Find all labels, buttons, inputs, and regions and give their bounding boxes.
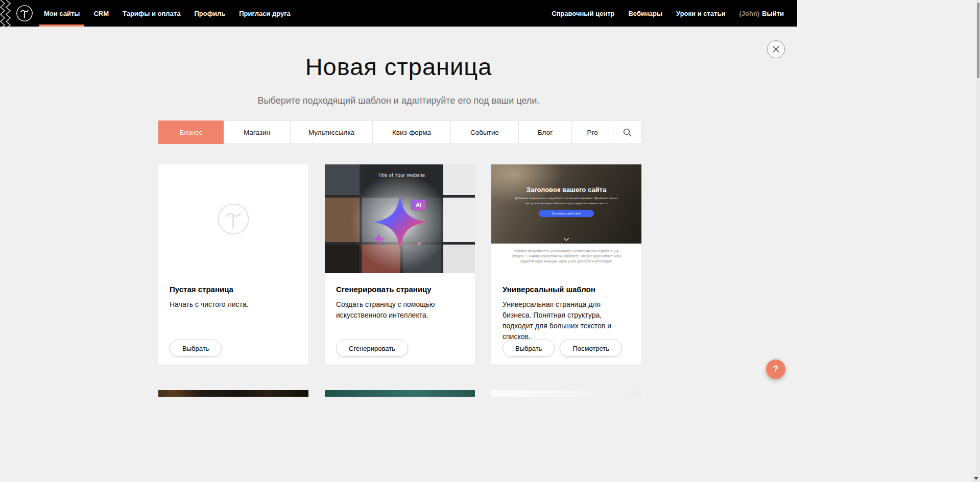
- down-arrow-icon: [974, 477, 978, 480]
- tab-quiz-form[interactable]: Квиз-форма: [373, 120, 451, 144]
- nav-invite-friend[interactable]: Пригласи друга: [239, 0, 291, 27]
- scrollbar-thumb[interactable]: [977, 3, 979, 78]
- card-body: Пустая страница Начать с чистого листа.: [158, 273, 308, 310]
- card-title: Сгенерировать страницу: [336, 285, 464, 294]
- card-actions: Выбрать: [170, 340, 222, 357]
- user-menu[interactable]: (John) Выйти: [739, 0, 784, 27]
- user-name: (John): [739, 10, 759, 17]
- template-text-section: Коротко представьтесь и расскажите о ком…: [491, 244, 641, 273]
- secondary-nav: Справочный центр Вебинары Уроки и статьи…: [552, 0, 784, 27]
- card-description: Универсальная страница для бизнеса. Поня…: [503, 299, 630, 342]
- scroll-down-arrow[interactable]: [972, 475, 980, 482]
- nav-crm[interactable]: CRM: [93, 0, 109, 27]
- template-card-blank-page[interactable]: Пустая страница Начать с чистого листа. …: [158, 164, 308, 365]
- card-actions: Выбрать Посмотреть: [503, 340, 622, 357]
- template-card-partial[interactable]: [325, 390, 475, 397]
- blank-page-preview: [158, 164, 308, 273]
- nav-webinars[interactable]: Вебинары: [628, 0, 662, 27]
- template-hero-title: Заголовок вашего сайта: [491, 164, 641, 194]
- card-actions: Сгенерировать: [336, 340, 408, 357]
- help-button[interactable]: ?: [766, 359, 785, 379]
- page-subtitle: Выберите подходящий шаблон и адаптируйте…: [0, 95, 797, 106]
- nav-tariffs-payment[interactable]: Тарифы и оплата: [123, 0, 180, 27]
- ai-badge: AI: [411, 200, 426, 210]
- template-card-partial[interactable]: [158, 390, 308, 397]
- close-icon: [773, 46, 779, 53]
- logout-link[interactable]: Выйти: [762, 10, 784, 17]
- top-navigation-bar: Мои сайты CRM Тарифы и оплата Профиль Пр…: [0, 0, 797, 27]
- nav-profile[interactable]: Профиль: [194, 0, 225, 27]
- template-card-universal[interactable]: Заголовок вашего сайта Добавьте интересн…: [491, 164, 641, 365]
- template-cards-row: Пустая страница Начать с чистого листа. …: [158, 164, 641, 365]
- ai-preview: Title of Your Website: [325, 164, 475, 273]
- generate-button[interactable]: Сгенерировать: [336, 340, 408, 357]
- template-cards-row-2: [158, 390, 641, 397]
- tilda-logo-icon[interactable]: [16, 5, 33, 22]
- card-description: Создать страницу с помощью искусственног…: [336, 299, 464, 321]
- card-title: Пустая страница: [170, 285, 297, 294]
- tab-shop[interactable]: Магазин: [224, 120, 291, 144]
- tab-pro[interactable]: Pro: [572, 120, 613, 144]
- nav-help-center[interactable]: Справочный центр: [552, 0, 614, 27]
- tilda-new-page-screen: Мои сайты CRM Тарифы и оплата Профиль Пр…: [0, 0, 797, 482]
- chevron-down-icon: [563, 237, 569, 241]
- template-card-ai-generate[interactable]: Title of Your Website: [325, 164, 475, 365]
- choose-template-button[interactable]: Выбрать: [503, 340, 555, 357]
- nav-my-sites[interactable]: Мои сайты: [44, 0, 80, 27]
- tab-event[interactable]: Событие: [451, 120, 519, 144]
- card-title: Универсальный шаблон: [503, 285, 630, 294]
- card-body: Сгенерировать страницу Создать страницу …: [325, 273, 475, 321]
- template-hero-button: Основное действие: [539, 210, 594, 217]
- nav-lessons-articles[interactable]: Уроки и статьи: [676, 0, 725, 27]
- vertical-scrollbar[interactable]: [976, 0, 980, 482]
- tab-search[interactable]: [613, 120, 641, 144]
- tilda-watermark-icon: [217, 202, 250, 236]
- page-title: Новая страница: [0, 53, 797, 81]
- screen: Мои сайты CRM Тарифы и оплата Профиль Пр…: [0, 0, 980, 482]
- ai-sparkle-icon: [366, 188, 434, 256]
- tab-multilink[interactable]: Мультиссылка: [291, 120, 373, 144]
- template-card-partial[interactable]: [491, 390, 641, 397]
- tab-blog[interactable]: Блог: [519, 120, 572, 144]
- card-description: Начать с чистого листа.: [170, 299, 297, 310]
- template-hero-section: Заголовок вашего сайта Добавьте интересн…: [491, 164, 641, 244]
- view-template-button[interactable]: Посмотреть: [560, 340, 622, 357]
- zigzag-pattern-decoration: [0, 0, 11, 27]
- tab-business[interactable]: Бизнес: [158, 120, 224, 144]
- template-category-tabs: Бизнес Магазин Мультиссылка Квиз-форма С…: [158, 120, 641, 144]
- template-body-text: Коротко представьтесь и расскажите о ком…: [508, 244, 625, 263]
- choose-blank-button[interactable]: Выбрать: [170, 340, 222, 357]
- card-body: Универсальный шаблон Универсальная стран…: [491, 273, 641, 342]
- main-nav: Мои сайты CRM Тарифы и оплата Профиль Пр…: [44, 0, 291, 27]
- template-hero-subtitle: Добавьте интересные подробности о вашей …: [514, 196, 619, 206]
- universal-template-preview: Заголовок вашего сайта Добавьте интересн…: [491, 164, 641, 273]
- search-icon: [623, 128, 632, 137]
